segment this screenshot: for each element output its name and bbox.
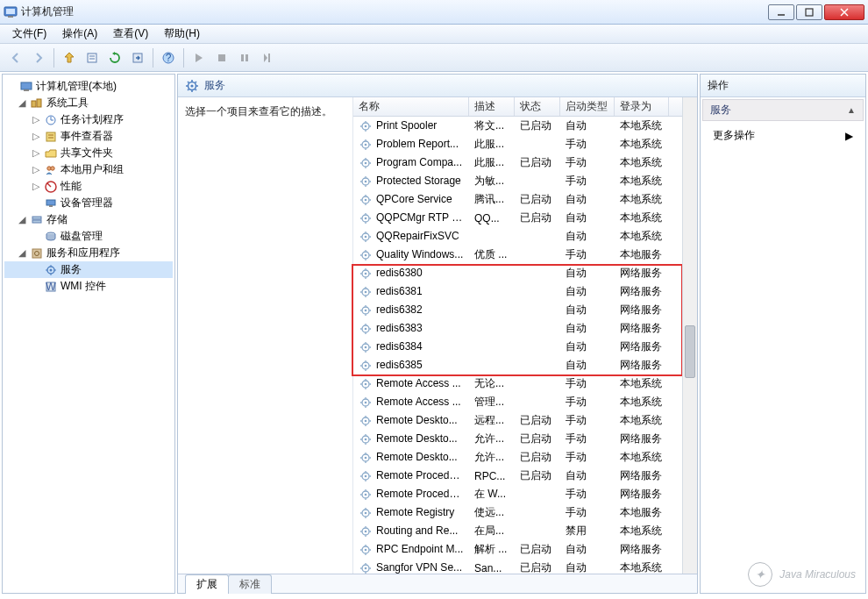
minimize-button[interactable]	[768, 4, 794, 20]
tree-performance[interactable]: ▷性能	[4, 178, 173, 195]
service-list[interactable]: 名称 描述 状态 启动类型 登录为 Print Spooler将文...已启动自…	[353, 97, 697, 574]
col-state[interactable]: 状态	[515, 97, 560, 116]
service-row[interactable]: redis6380自动网络服务	[353, 264, 697, 282]
gear-icon	[359, 322, 373, 336]
col-desc[interactable]: 描述	[469, 97, 515, 116]
up-button[interactable]	[59, 47, 80, 68]
svc-desc: 此服...	[469, 135, 515, 153]
tree-local-users[interactable]: ▷本地用户和组	[4, 161, 173, 178]
scroll-thumb[interactable]	[685, 325, 695, 378]
nav-back-button[interactable]	[5, 47, 26, 68]
tree-task-scheduler[interactable]: ▷任务计划程序	[4, 111, 173, 128]
export-button[interactable]	[127, 47, 148, 68]
tree-pane[interactable]: 计算机管理(本地) ◢系统工具 ▷任务计划程序 ▷事件查看器 ▷共享文件夹 ▷本…	[2, 74, 175, 594]
properties-button[interactable]	[82, 47, 103, 68]
list-body[interactable]: Print Spooler将文...已启动自动本地系统Problem Repor…	[353, 117, 697, 574]
service-row[interactable]: Remote Deskto...远程...已启动手动本地系统	[353, 411, 697, 430]
service-row[interactable]: Remote Procedu...在 W...手动网络服务	[353, 485, 697, 503]
service-row[interactable]: Quality Windows...优质 ...手动本地服务	[353, 246, 697, 264]
actions-group[interactable]: 服务 ▲	[702, 99, 864, 121]
tree-services[interactable]: 服务	[4, 261, 173, 278]
close-button[interactable]	[824, 4, 864, 20]
svc-desc	[469, 290, 515, 294]
service-row[interactable]: QPCore Service腾讯...已启动自动本地系统	[353, 190, 697, 209]
menu-view[interactable]: 查看(V)	[106, 25, 155, 43]
tree-system-tools[interactable]: ◢系统工具	[4, 95, 173, 111]
menu-file[interactable]: 文件(F)	[5, 25, 53, 43]
svg-line-55	[196, 82, 197, 83]
service-row[interactable]: redis6383自动网络服务	[353, 319, 697, 338]
svc-name: QQRepairFixSVC	[376, 230, 459, 242]
service-row[interactable]: redis6384自动网络服务	[353, 338, 697, 356]
maximize-button[interactable]	[796, 4, 822, 20]
tab-standard[interactable]: 标准	[228, 574, 272, 594]
tree-event-viewer[interactable]: ▷事件查看器	[4, 128, 173, 145]
nav-forward-button[interactable]	[28, 47, 49, 68]
svc-state	[515, 253, 560, 257]
svc-desc	[469, 309, 515, 312]
service-row[interactable]: Remote Deskto...允许...已启动手动网络服务	[353, 430, 697, 448]
service-row[interactable]: Sangfor VPN Se...San...已启动自动本地系统	[353, 559, 697, 574]
svc-name: Routing and Re...	[376, 524, 458, 537]
tree-label: 服务和应用程序	[46, 246, 120, 260]
tree-disk-mgmt[interactable]: 磁盘管理	[4, 228, 173, 245]
svg-rect-32	[49, 205, 53, 207]
service-row[interactable]: Remote Procedu...RPC...已启动自动网络服务	[353, 467, 697, 485]
menu-action[interactable]: 操作(A)	[55, 25, 104, 43]
service-row[interactable]: Remote Deskto...允许...已启动手动本地系统	[353, 448, 697, 467]
col-name[interactable]: 名称	[353, 97, 469, 116]
service-row[interactable]: QQRepairFixSVC自动本地系统	[353, 227, 697, 246]
gear-icon	[359, 138, 373, 152]
svc-startup: 手动	[560, 411, 615, 430]
tree-root[interactable]: 计算机管理(本地)	[4, 78, 173, 95]
svc-state: 已启动	[515, 559, 560, 574]
tree-storage[interactable]: ◢存储	[4, 211, 173, 228]
pause-button[interactable]	[234, 47, 255, 68]
stop-button[interactable]	[211, 47, 232, 68]
service-row[interactable]: redis6381自动网络服务	[353, 282, 697, 301]
svc-desc: QQ...	[469, 210, 515, 226]
scrollbar[interactable]	[682, 97, 697, 574]
svg-line-52	[188, 82, 189, 83]
col-login[interactable]: 登录为	[615, 97, 669, 116]
service-row[interactable]: Routing and Re...在局...禁用本地系统	[353, 522, 697, 540]
svg-rect-2	[8, 16, 13, 18]
tab-extended[interactable]: 扩展	[185, 574, 229, 594]
svg-point-99	[365, 253, 367, 256]
restart-button[interactable]	[257, 47, 278, 68]
play-button[interactable]	[189, 47, 210, 68]
svc-name: redis6383	[376, 322, 423, 334]
help-button[interactable]: ?	[158, 47, 179, 68]
service-row[interactable]: Program Compa...此服...已启动手动本地系统	[353, 153, 697, 172]
service-row[interactable]: QQPCMgr RTP S...QQ...已启动自动本地系统	[353, 209, 697, 227]
tree-shared-folders[interactable]: ▷共享文件夹	[4, 145, 173, 161]
service-row[interactable]: Print Spooler将文...已启动自动本地系统	[353, 117, 697, 135]
service-row[interactable]: redis6382自动网络服务	[353, 301, 697, 319]
tree-device-manager[interactable]: 设备管理器	[4, 195, 173, 211]
actions-more[interactable]: 更多操作 ▶	[701, 123, 865, 148]
tree-wmi[interactable]: WWMI 控件	[4, 278, 173, 295]
svc-desc: RPC...	[469, 468, 515, 484]
center-header: 服务	[178, 75, 697, 97]
service-row[interactable]: Remote Access ...无论...手动本地系统	[353, 374, 697, 393]
gear-icon	[359, 340, 373, 354]
service-row[interactable]: RPC Endpoint M...解析 ...已启动自动网络服务	[353, 540, 697, 559]
svc-startup: 自动	[560, 467, 615, 485]
gear-icon	[359, 175, 373, 189]
tree-label: 性能	[60, 179, 82, 194]
svc-login: 本地服务	[615, 246, 669, 264]
service-row[interactable]: Problem Report...此服...手动本地系统	[353, 135, 697, 153]
svg-point-123	[365, 327, 367, 330]
refresh-button[interactable]	[104, 47, 125, 68]
menu-help[interactable]: 帮助(H)	[157, 25, 207, 43]
svc-login: 本地系统	[615, 374, 669, 393]
service-row[interactable]: Remote Registry使远...手动本地服务	[353, 503, 697, 522]
service-row[interactable]: redis6385自动网络服务	[353, 356, 697, 374]
service-row[interactable]: Remote Access ...管理...手动本地系统	[353, 393, 697, 411]
gear-icon	[359, 414, 373, 428]
svc-state	[515, 235, 560, 239]
col-startup[interactable]: 启动类型	[560, 97, 615, 116]
svc-login: 本地系统	[615, 411, 669, 430]
service-row[interactable]: Protected Storage为敏...手动本地系统	[353, 172, 697, 190]
tree-services-apps[interactable]: ◢服务和应用程序	[4, 245, 173, 261]
